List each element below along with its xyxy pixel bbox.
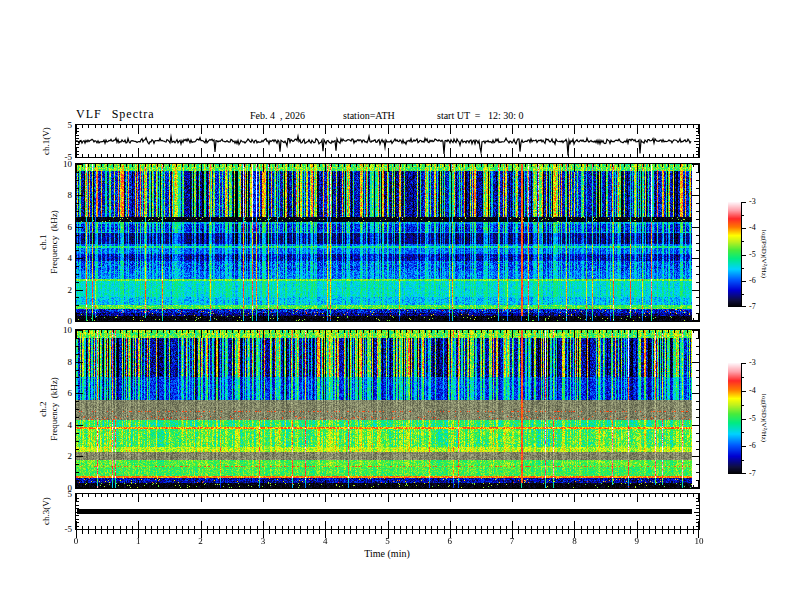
ch2-freq-tick-label: 8: [46, 357, 72, 367]
ch2-frequency-axis-label: ch.2 Frequency (kHz): [38, 377, 60, 440]
time-tick-label: 5: [376, 536, 400, 546]
time-tick-label: 3: [251, 536, 275, 546]
ch2-spectrogram-panel: [75, 329, 700, 489]
ch2-freq-tick-label: 2: [46, 451, 72, 461]
ch2-spectrogram-plot: [76, 330, 699, 488]
ch1-freq-tick-label: 8: [46, 190, 72, 200]
ch2-freq-tick-label: 6: [46, 388, 72, 398]
time-tick-label: 10: [687, 536, 711, 546]
ch1-colorbar-unit-label: log(PSD)(V²/Hz): [760, 230, 768, 278]
time-tick-label: 7: [500, 536, 524, 546]
ch1-colorbar-tick-label: -7: [749, 302, 756, 311]
header-station: station=ATH: [343, 110, 395, 121]
time-tick-label: 1: [126, 536, 150, 546]
ch3-waveform-plot: [76, 494, 699, 529]
ch3-volts-axis-label: ch.3(V): [41, 497, 52, 525]
ch1-waveform-panel: [75, 124, 700, 158]
ch1-colorbar-tick-label: -3: [749, 197, 756, 206]
ch2-colorbar-tick-label: -5: [749, 414, 756, 423]
ch1-waveform-plot: [76, 125, 699, 157]
time-tick-label: 2: [189, 536, 213, 546]
ch1-spectrogram-plot: [76, 164, 699, 321]
ch1-colorbar: [728, 202, 747, 307]
ch2-freq-tick-label: 4: [46, 420, 72, 430]
ch3-volt-tick-label: 5: [50, 489, 72, 499]
ch2-colorbar-tick-label: -4: [749, 386, 756, 395]
ch1-frequency-axis-label: ch.1 Frequency (kHz): [38, 210, 60, 273]
time-tick-label: 4: [313, 536, 337, 546]
ch1-volt-tick-label: -5: [50, 152, 72, 162]
ch3-volt-tick-label: -5: [50, 524, 72, 534]
time-tick-label: 9: [625, 536, 649, 546]
figure-title: VLF Spectra: [76, 107, 155, 122]
time-tick-label: 6: [438, 536, 462, 546]
time-tick-label: 0: [64, 536, 88, 546]
vlf-spectra-figure: VLF Spectra Feb. 4 , 2026 station=ATH st…: [0, 0, 792, 612]
ch2-freq-tick-label: 10: [46, 325, 72, 335]
ch1-volt-tick-label: 5: [50, 120, 72, 130]
header-start-ut: start UT = 12: 30: 0: [437, 110, 524, 121]
ch1-colorbar-tick-label: -4: [749, 223, 756, 232]
ch2-colorbar: [728, 363, 747, 474]
ch1-colorbar-tick-label: -5: [749, 250, 756, 259]
ch1-colorbar-tick-label: -6: [749, 276, 756, 285]
time-tick-label: 8: [562, 536, 586, 546]
ch2-colorbar-tick-label: -3: [749, 358, 756, 367]
header-date: Feb. 4 , 2026: [250, 110, 305, 121]
ch2-colorbar-unit-label: log(PSD)(V²/Hz): [760, 394, 768, 442]
time-axis-title: Time (min): [337, 548, 437, 559]
ch1-freq-tick-label: 6: [46, 222, 72, 232]
ch1-freq-tick-label: 4: [46, 253, 72, 263]
ch2-colorbar-tick-label: -6: [749, 441, 756, 450]
ch2-colorbar-tick-label: -7: [749, 469, 756, 478]
ch1-freq-tick-label: 2: [46, 285, 72, 295]
ch1-spectrogram-panel: [75, 163, 700, 322]
ch1-volts-axis-label: ch.1(V): [41, 127, 52, 155]
ch3-waveform-panel: [75, 493, 700, 530]
